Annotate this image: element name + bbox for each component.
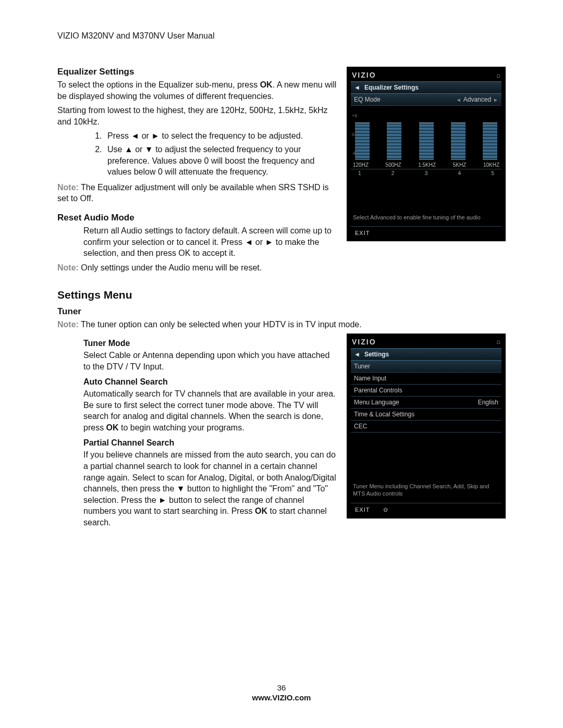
eq-p1: To select the options in the Equalizer s…: [57, 79, 337, 102]
auto-search-ok: OK: [106, 423, 119, 432]
settings-menu-heading: Settings Menu: [57, 289, 506, 301]
eq-bar-5[interactable]: [483, 122, 497, 160]
lower-block: Tuner Mode Select Cable or Antenna depen…: [57, 334, 506, 532]
vizio-logo: VIZIO: [352, 338, 376, 346]
partial-search-body-a: If you believe channels are missed from …: [83, 450, 336, 515]
eq-steps: Press ◄ or ► to select the frequency to …: [57, 130, 337, 177]
upper-block: Equalizer Settings To select the options…: [57, 67, 506, 276]
auto-search-heading: Auto Channel Search: [83, 377, 337, 387]
eq-mode-row[interactable]: EQ Mode ◄ Advanced ►: [351, 94, 501, 106]
settings-item-label: Menu Language: [354, 399, 478, 406]
eq-freq-3: 1.5KHZ: [418, 162, 436, 168]
eq-scale-lo: -6: [352, 151, 357, 156]
osd-settings: VIZIO ⌂ ◄ Settings Tuner Name Input: [347, 334, 506, 519]
settings-item-cec[interactable]: CEC: [351, 421, 501, 433]
eq-p1-ok: OK: [260, 80, 273, 89]
settings-osd-column: VIZIO ⌂ ◄ Settings Tuner Name Input: [347, 334, 506, 532]
home-icon[interactable]: ⌂: [496, 338, 500, 346]
eq-num-3: 3: [425, 170, 428, 176]
osd2-title: Settings: [364, 351, 389, 358]
eq-num-1: 1: [358, 170, 361, 176]
eq-bar-2[interactable]: [387, 122, 401, 160]
eq-p1a: To select the options in the Equalizer s…: [57, 80, 260, 89]
osd2-hint: Tuner Menu including Channel Search, Add…: [351, 479, 501, 503]
settings-item-label: Tuner: [354, 363, 498, 370]
manual-page: VIZIO M320NV and M370NV User Manual Equa…: [0, 0, 563, 728]
settings-item-name-input[interactable]: Name Input: [351, 373, 501, 385]
settings-item-time-local[interactable]: Time & Local Settings: [351, 409, 501, 421]
osd1-title-row[interactable]: ◄ Equalizer Settings: [351, 81, 501, 94]
eq-heading: Equalizer Settings: [57, 67, 337, 77]
eq-freq-2: 500HZ: [386, 162, 401, 168]
eq-num-4: 4: [458, 170, 461, 176]
reset-note: Note: Only settings under the Audio menu…: [57, 262, 337, 274]
eq-bar-3[interactable]: [419, 122, 434, 160]
eq-freq-1: 120HZ: [353, 162, 369, 168]
osd2-exit-row: EXIT ✿: [351, 503, 501, 513]
settings-item-label: Parental Controls: [354, 387, 498, 394]
eq-mode-label: EQ Mode: [354, 96, 456, 103]
left-arrow-icon[interactable]: ◄: [456, 97, 461, 103]
tuner-mode-heading: Tuner Mode: [83, 339, 337, 348]
exit-button[interactable]: EXIT: [355, 507, 370, 513]
eq-scale-mid: 0: [352, 132, 357, 137]
vizio-logo: VIZIO: [352, 71, 376, 79]
settings-item-parental-controls[interactable]: Parental Controls: [351, 385, 501, 397]
osd1-brand-row: VIZIO ⌂: [351, 70, 501, 81]
note-label: Note:: [57, 320, 79, 329]
right-arrow-icon[interactable]: ►: [493, 97, 498, 103]
footer-url: www.VIZIO.com: [0, 693, 563, 702]
auto-search-body-c: to begin watching your programs.: [119, 423, 244, 432]
eq-step-2: Use ▲ or ▼ to adjust the selected freque…: [104, 144, 337, 178]
eq-osd-column: VIZIO ⌂ ◄ Equalizer Settings EQ Mode ◄ A…: [347, 67, 506, 276]
settings-list: Tuner Name Input Parental Controls Menu …: [351, 361, 501, 433]
eq-step-1: Press ◄ or ► to select the frequency to …: [104, 130, 337, 142]
eq-note: Note: The Equalizer adjustment will only…: [57, 182, 337, 204]
page-footer: 36 www.VIZIO.com: [0, 683, 563, 702]
eq-num-5: 5: [491, 170, 494, 176]
tuner-heading: Tuner: [57, 306, 506, 317]
partial-search-heading: Partial Channel Search: [83, 438, 337, 448]
eq-scale-hi: +6: [352, 113, 357, 118]
settings-item-tuner[interactable]: Tuner: [351, 361, 501, 373]
eq-freq-5: 10KHZ: [483, 162, 499, 168]
eq-p2: Starting from lowest to the highest, the…: [57, 105, 337, 127]
eq-freq-labels: 120HZ 500HZ 1.5KHZ 5KHZ 10KHZ: [351, 161, 501, 169]
tuner-mode-body: Select Cable or Antenna depending upon w…: [83, 350, 337, 372]
settings-item-menu-language[interactable]: Menu Language English: [351, 397, 501, 409]
back-icon[interactable]: ◄: [354, 351, 360, 358]
osd1-hint: Select Advanced to enable fine tuning of…: [351, 211, 501, 226]
eq-note-text: The Equalizer adjustment will only be av…: [57, 183, 329, 203]
eq-bars[interactable]: +6 0 -6: [351, 108, 501, 160]
osd2-brand-row: VIZIO ⌂: [351, 337, 501, 348]
exit-button[interactable]: EXIT: [355, 230, 370, 236]
eq-bar-4[interactable]: [451, 122, 466, 160]
eq-num-2: 2: [391, 170, 395, 176]
settings-item-label: Time & Local Settings: [354, 411, 498, 418]
auto-search-body: Automatically search for TV channels tha…: [83, 388, 337, 433]
tuner-text-column: Tuner Mode Select Cable or Antenna depen…: [57, 334, 337, 532]
via-icon[interactable]: ✿: [383, 507, 388, 513]
osd2-title-row[interactable]: ◄ Settings: [351, 348, 501, 361]
home-icon[interactable]: ⌂: [496, 71, 500, 79]
reset-note-text: Only settings under the Audio menu will …: [79, 263, 262, 272]
eq-freq-4: 5KHZ: [453, 162, 467, 168]
osd1-title: Equalizer Settings: [364, 84, 419, 91]
page-number: 36: [0, 683, 563, 692]
eq-text-column: Equalizer Settings To select the options…: [57, 67, 337, 276]
reset-body: Return all Audio settings to factory def…: [57, 225, 337, 259]
osd1-exit-row: EXIT: [351, 226, 501, 236]
doc-title: VIZIO M320NV and M370NV User Manual: [57, 31, 506, 41]
eq-mode-value: Advanced: [463, 96, 491, 103]
settings-item-value: English: [478, 399, 498, 406]
note-label: Note:: [57, 263, 79, 272]
eq-index-labels: 1 2 3 4 5: [351, 169, 501, 179]
eq-scale: +6 0 -6: [352, 113, 357, 156]
tuner-note-text: The tuner option can only be selected wh…: [79, 320, 362, 329]
osd-equalizer: VIZIO ⌂ ◄ Equalizer Settings EQ Mode ◄ A…: [347, 67, 506, 241]
settings-item-label: Name Input: [354, 375, 498, 382]
back-icon[interactable]: ◄: [354, 84, 360, 91]
note-label: Note:: [57, 183, 79, 192]
partial-search-ok: OK: [255, 507, 267, 515]
partial-search-body: If you believe channels are missed from …: [83, 449, 337, 528]
